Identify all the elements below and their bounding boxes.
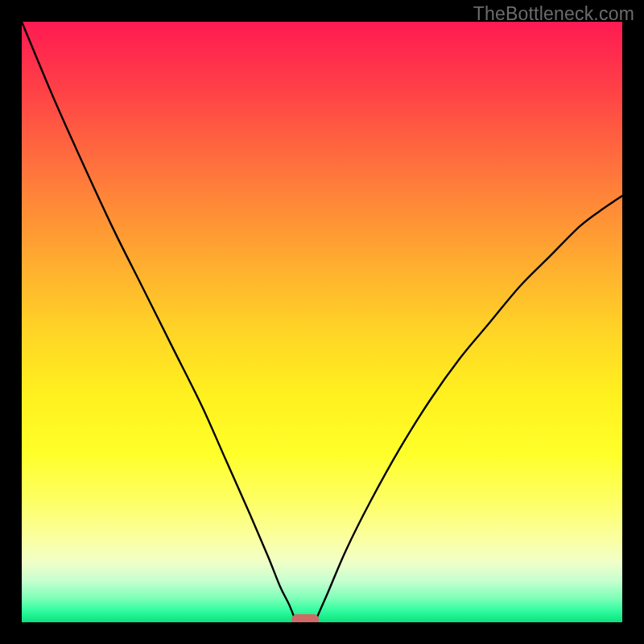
curves-layer: [22, 22, 622, 622]
plot-area: [22, 22, 622, 622]
watermark-text: TheBottleneck.com: [473, 3, 634, 25]
outer-frame: TheBottleneck.com: [0, 0, 644, 644]
left-curve: [22, 22, 296, 622]
bottleneck-marker: [291, 614, 319, 622]
right-curve: [315, 196, 622, 622]
